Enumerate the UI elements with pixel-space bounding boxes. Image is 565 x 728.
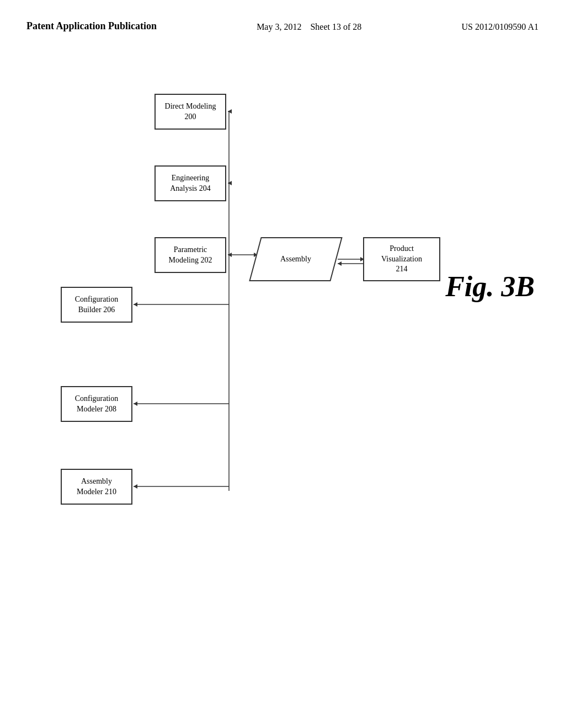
svg-marker-14 [134, 302, 137, 307]
diagram-area: Direct Modeling 200 EngineeringAnalysis … [0, 72, 565, 706]
engineering-analysis-box: EngineeringAnalysis 204 [154, 165, 226, 201]
parametric-modeling-box: ParametricModeling 202 [154, 237, 226, 273]
svg-marker-6 [228, 253, 232, 257]
publication-date: May 3, 2012 Sheet 13 of 28 [257, 20, 361, 32]
patent-number: US 2012/0109590 A1 [461, 20, 539, 32]
configuration-modeler-label: ConfigurationModeler 208 [75, 394, 119, 415]
svg-marker-12 [338, 261, 342, 266]
direct-modeling-number: 200 [185, 112, 196, 122]
sheet-text: Sheet 13 of 28 [310, 22, 361, 31]
assembly-parallelogram: Assembly [249, 237, 342, 281]
product-visualization-label: ProductVisualization214 [381, 244, 422, 275]
configuration-builder-box: ConfigurationBuilder 206 [61, 287, 132, 323]
svg-marker-2 [228, 109, 232, 114]
product-visualization-box: ProductVisualization214 [363, 237, 440, 281]
assembly-modeler-box: AssemblyModeler 210 [61, 469, 132, 505]
assembly-label: Assembly [280, 254, 311, 265]
svg-marker-16 [134, 402, 137, 406]
direct-modeling-box: Direct Modeling 200 [154, 94, 226, 130]
publication-title: Patent Application Publication [26, 20, 157, 33]
parametric-modeling-label: ParametricModeling 202 [169, 245, 212, 266]
configuration-builder-label: ConfigurationBuilder 206 [75, 295, 119, 315]
configuration-modeler-box: ConfigurationModeler 208 [61, 386, 132, 422]
page-header: Patent Application Publication May 3, 20… [0, 0, 565, 33]
assembly-modeler-label: AssemblyModeler 210 [77, 477, 116, 497]
fig-label-text: Fig. 3B [445, 271, 535, 302]
svg-marker-4 [228, 181, 232, 185]
engineering-analysis-label: EngineeringAnalysis 204 [170, 173, 211, 194]
date-text: May 3, 2012 [257, 22, 301, 31]
figure-label: Fig. 3B [445, 270, 535, 303]
svg-marker-18 [134, 484, 137, 489]
direct-modeling-label: Direct Modeling [165, 101, 216, 112]
